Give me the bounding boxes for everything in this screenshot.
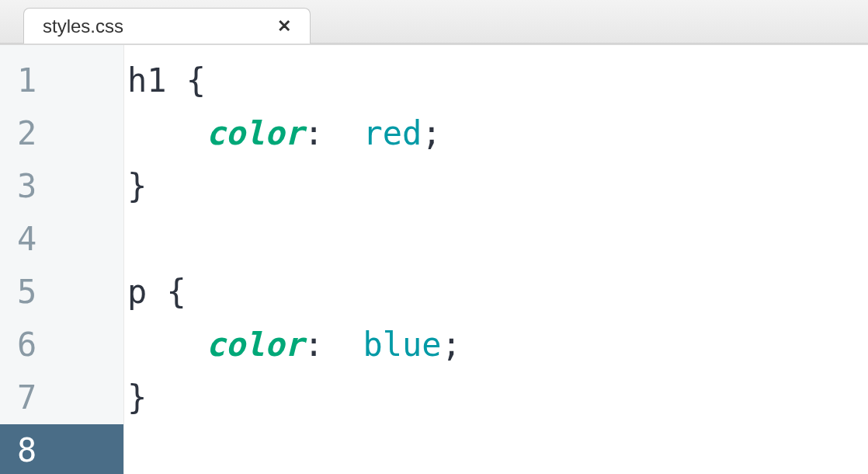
code-line: } xyxy=(127,371,868,424)
line-number: 5 xyxy=(0,266,123,319)
code-line: p { xyxy=(127,266,868,319)
code-line xyxy=(127,213,868,266)
code-line xyxy=(127,424,868,474)
close-icon[interactable]: ✕ xyxy=(274,15,294,38)
line-number: 8 xyxy=(0,424,123,474)
editor: 12345678 h1 { color: red;}p { color: blu… xyxy=(0,44,868,474)
file-tab[interactable]: styles.css ✕ xyxy=(23,8,311,44)
tab-title: styles.css xyxy=(43,16,123,37)
line-number: 2 xyxy=(0,107,123,160)
line-number: 7 xyxy=(0,371,123,424)
code-line: color: blue; xyxy=(127,319,868,371)
line-number: 4 xyxy=(0,213,123,266)
code-line: h1 { xyxy=(127,54,868,107)
line-number: 1 xyxy=(0,54,123,107)
line-number: 3 xyxy=(0,160,123,213)
tab-bar: styles.css ✕ xyxy=(0,0,868,44)
code-line: } xyxy=(127,160,868,213)
line-number: 6 xyxy=(0,319,123,371)
code-area[interactable]: h1 { color: red;}p { color: blue;} xyxy=(124,45,868,474)
line-number-gutter: 12345678 xyxy=(0,45,124,474)
code-line: color: red; xyxy=(127,107,868,160)
